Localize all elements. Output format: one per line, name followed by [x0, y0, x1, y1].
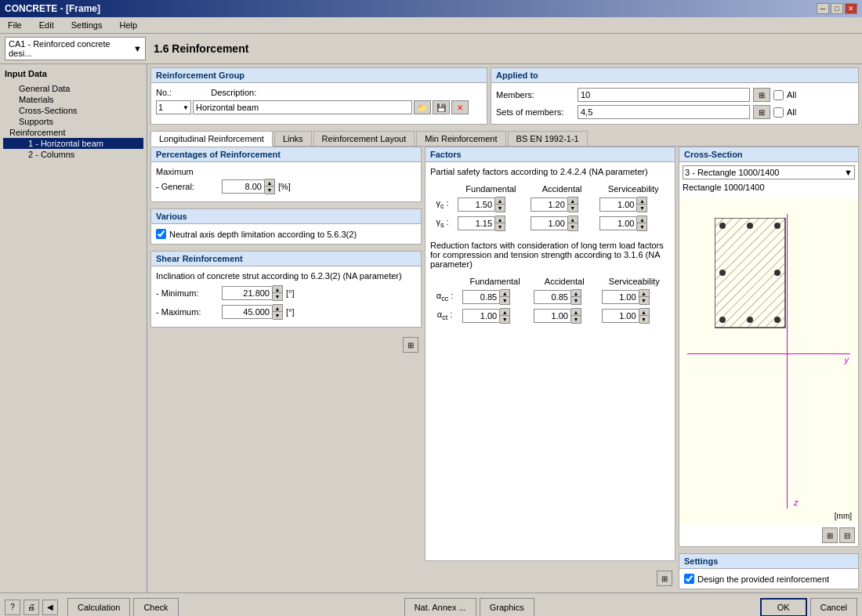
- window-title: CONCRETE - [Frame]: [5, 3, 100, 14]
- menu-help[interactable]: Help: [114, 19, 142, 31]
- alpha-cc-svc-up[interactable]: ▲: [639, 290, 649, 297]
- close-button[interactable]: ✕: [845, 3, 857, 14]
- alpha-ct-fund-up[interactable]: ▲: [500, 309, 509, 316]
- tab-bs-en[interactable]: BS EN 1992-1-1: [508, 131, 588, 146]
- gamma-c-svc-up[interactable]: ▲: [637, 197, 646, 205]
- general-down-btn[interactable]: ▼: [265, 187, 274, 194]
- sidebar-item-horizontal-beam[interactable]: 1 - Horizontal beam: [3, 138, 143, 149]
- all-members-checkbox[interactable]: [773, 90, 784, 100]
- calculation-button[interactable]: Calculation: [67, 598, 130, 617]
- sidebar-item-general-data[interactable]: General Data: [3, 83, 143, 94]
- gamma-c-fund-up[interactable]: ▲: [495, 197, 505, 205]
- z-axis-label: z: [794, 498, 799, 507]
- tab-reinforcement-layout[interactable]: Reinforcement Layout: [313, 131, 415, 146]
- alpha-ct-svc-up[interactable]: ▲: [639, 309, 649, 316]
- bottom-icon-print[interactable]: 🖨: [24, 600, 39, 615]
- alpha-cc-acc-input[interactable]: [534, 290, 571, 304]
- sidebar-item-materials[interactable]: Materials: [3, 94, 143, 105]
- minimum-unit: [°]: [286, 288, 295, 298]
- gamma-s-acc-input[interactable]: [531, 216, 568, 230]
- sidebar-item-reinforcement[interactable]: Reinforcement: [3, 127, 143, 138]
- gamma-s-fund-up[interactable]: ▲: [495, 216, 505, 223]
- ok-button[interactable]: OK: [760, 598, 807, 617]
- left-icon-btn-1[interactable]: ⊞: [403, 337, 418, 353]
- neutral-axis-checkbox[interactable]: [156, 229, 166, 239]
- members-input[interactable]: [578, 88, 750, 102]
- menu-settings[interactable]: Settings: [67, 19, 107, 31]
- gamma-c-fund-down[interactable]: ▼: [495, 205, 505, 212]
- members-select-icon-btn[interactable]: ⊞: [753, 88, 770, 102]
- no-select[interactable]: 1 ▼: [156, 100, 191, 114]
- folder-icon-btn[interactable]: 📁: [414, 100, 431, 114]
- tab-min-reinforcement[interactable]: Min Reinforcement: [416, 131, 505, 146]
- alpha-ct-svc-input[interactable]: [602, 309, 639, 323]
- sidebar-item-supports[interactable]: Supports: [3, 116, 143, 127]
- minimum-up-btn[interactable]: ▲: [273, 286, 282, 293]
- alpha-cc-fund-down[interactable]: ▼: [500, 297, 509, 304]
- general-input[interactable]: [222, 179, 265, 194]
- menu-file[interactable]: File: [3, 19, 27, 31]
- sets-input[interactable]: [578, 105, 750, 119]
- check-button[interactable]: Check: [133, 598, 178, 617]
- graphics-button[interactable]: Graphics: [480, 598, 534, 617]
- maximum-input[interactable]: [222, 305, 273, 319]
- desc-input[interactable]: [193, 100, 412, 114]
- gamma-s-svc-up[interactable]: ▲: [637, 216, 646, 223]
- gamma-c-fund-input[interactable]: [458, 197, 495, 212]
- gamma-s-acc-down[interactable]: ▼: [568, 223, 578, 230]
- alpha-cc-svc-input[interactable]: [602, 290, 639, 304]
- menu-edit[interactable]: Edit: [34, 19, 59, 31]
- middle-icon-btn-1[interactable]: ⊞: [657, 571, 672, 586]
- minimum-input[interactable]: [222, 286, 273, 300]
- maximum-up-btn[interactable]: ▲: [273, 305, 282, 312]
- alpha-cc-fund-up[interactable]: ▲: [500, 290, 509, 297]
- nat-annex-button[interactable]: Nat. Annex ...: [404, 598, 476, 617]
- alpha-ct-acc-up[interactable]: ▲: [571, 309, 581, 316]
- alpha-ct-acc-input[interactable]: [534, 309, 571, 323]
- cross-section-icon-btn-2[interactable]: ⊟: [839, 527, 855, 543]
- alpha-cc-fund-input[interactable]: [462, 290, 500, 304]
- minimize-button[interactable]: ─: [817, 3, 829, 14]
- alpha-cc-svc-down[interactable]: ▼: [639, 297, 649, 304]
- reduction-text: Reduction factors with consideration of …: [430, 241, 670, 269]
- alpha-ct-fund-down[interactable]: ▼: [500, 316, 509, 323]
- gamma-s-svc-down[interactable]: ▼: [637, 223, 646, 230]
- minimum-down-btn[interactable]: ▼: [273, 293, 282, 300]
- gamma-s-svc-input[interactable]: [599, 216, 637, 230]
- gamma-c-svc-down[interactable]: ▼: [637, 205, 646, 212]
- maximum-down-btn[interactable]: ▼: [273, 312, 282, 319]
- gamma-s-label: γs :: [430, 214, 455, 233]
- maximize-button[interactable]: □: [831, 3, 843, 14]
- bottom-icon-help[interactable]: ?: [5, 600, 20, 615]
- save-icon-btn[interactable]: 💾: [433, 100, 450, 114]
- gamma-c-svc-input[interactable]: [599, 197, 637, 212]
- all-sets-checkbox[interactable]: [773, 107, 784, 118]
- cross-section-dropdown[interactable]: 3 - Rectangle 1000/1400 ▼: [683, 165, 855, 179]
- general-spinner: ▲ ▼: [222, 179, 275, 194]
- alpha-ct-svc-down[interactable]: ▼: [639, 316, 649, 323]
- gamma-s-acc-up[interactable]: ▲: [568, 216, 578, 223]
- gamma-s-fund-input[interactable]: [458, 216, 495, 230]
- bottom-icon-nav[interactable]: ◀: [42, 600, 58, 615]
- gamma-c-acc-input[interactable]: [531, 197, 568, 212]
- sidebar-item-cross-sections[interactable]: Cross-Sections: [3, 105, 143, 116]
- general-up-btn[interactable]: ▲: [265, 179, 274, 187]
- cross-section-panel: Cross-Section 3 - Rectangle 1000/1400 ▼ …: [679, 147, 859, 547]
- gamma-s-fund-down[interactable]: ▼: [495, 223, 505, 230]
- case-dropdown[interactable]: CA1 - Reinforced concrete desi... ▼: [5, 37, 146, 60]
- sidebar-item-columns[interactable]: 2 - Columns: [3, 149, 143, 160]
- reinforcement-group-title: Reinforcement Group: [151, 68, 487, 83]
- alpha-ct-fund-input[interactable]: [462, 309, 500, 323]
- sets-select-icon-btn[interactable]: ⊞: [753, 105, 770, 119]
- alpha-cc-acc-down[interactable]: ▼: [571, 297, 581, 304]
- alpha-ct-acc-down[interactable]: ▼: [571, 316, 581, 323]
- cross-section-icon-btn-1[interactable]: ⊞: [822, 527, 838, 543]
- gamma-c-acc-up[interactable]: ▲: [568, 197, 578, 205]
- tab-longitudinal-reinforcement[interactable]: Longitudinal Reinforcement: [150, 131, 273, 147]
- alpha-cc-acc-up[interactable]: ▲: [571, 290, 581, 297]
- tab-links[interactable]: Links: [274, 131, 312, 146]
- delete-icon-btn[interactable]: ✕: [451, 100, 469, 114]
- cancel-button[interactable]: Cancel: [810, 598, 857, 617]
- gamma-c-acc-down[interactable]: ▼: [568, 205, 578, 212]
- design-checkbox[interactable]: [684, 574, 694, 584]
